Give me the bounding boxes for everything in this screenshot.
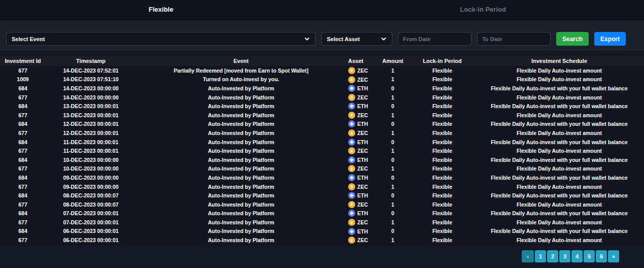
investment-table: Investment Id Timestamp Event Asset Amou… <box>0 56 644 245</box>
amount-cell: 1 <box>376 182 410 191</box>
timestamp-cell: 14-DEC-2023 07:51:10 <box>46 75 136 84</box>
amount-cell: 1 <box>376 200 410 209</box>
to-date-input[interactable] <box>477 32 551 46</box>
asset-symbol: ETH <box>357 85 368 91</box>
pagination-next-button[interactable]: » <box>608 250 619 262</box>
investment-id-cell: 677 <box>0 128 46 138</box>
table-row: 68407-DEC-2023 00:00:01Auto-Invested by … <box>0 209 644 218</box>
investment-schedule-cell: Flexible Daily Auto-invest amount <box>474 66 644 75</box>
investment-schedule-cell: Flexible Daily Auto-invest with your ful… <box>474 155 644 164</box>
investment-schedule-cell: Flexible Daily Auto-invest with your ful… <box>474 84 644 93</box>
investment-schedule-cell: Flexible Daily Auto-invest amount <box>474 200 644 209</box>
timestamp-cell: 08-DEC-2023 00:00:07 <box>46 200 136 209</box>
investment-schedule-cell: Flexible Daily Auto-invest amount <box>474 182 644 191</box>
asset-symbol: ETH <box>357 175 368 181</box>
amount-cell: 0 <box>376 102 410 111</box>
zec-coin-icon: ƶ <box>348 201 355 208</box>
investment-schedule-cell: Flexible Daily Auto-invest amount <box>474 75 644 84</box>
pagination-page-button-1[interactable]: 1 <box>535 250 546 262</box>
amount-cell: 1 <box>376 128 410 138</box>
from-date-input[interactable] <box>398 32 471 46</box>
timestamp-cell: 10-DEC-2023 00:00:00 <box>46 155 136 164</box>
investment-id-cell: 684 <box>0 227 46 236</box>
asset-symbol: ETH <box>357 192 368 198</box>
eth-coin-icon <box>348 192 355 199</box>
lock-in-period-cell: Flexible <box>410 227 474 236</box>
investment-schedule-cell: Flexible Daily Auto-invest amount <box>474 218 644 227</box>
investment-schedule-cell: Flexible Daily Auto-invest amount <box>474 93 644 102</box>
pagination-prev-button[interactable]: « <box>522 250 534 262</box>
event-cell: Auto-Invested by Platform <box>136 191 346 200</box>
lock-in-period-cell: Flexible <box>410 84 474 93</box>
event-cell: Auto-Invested by Platform <box>136 155 346 164</box>
asset-symbol: ETH <box>357 210 368 216</box>
lock-in-period-cell: Flexible <box>410 75 474 84</box>
timestamp-cell: 07-DEC-2023 00:00:01 <box>46 209 136 218</box>
investment-schedule-cell: Flexible Daily Auto-invest with your ful… <box>474 120 644 129</box>
asset-symbol: ZEC <box>357 112 368 118</box>
investment-schedule-cell: Flexible Daily Auto-invest with your ful… <box>474 227 644 236</box>
asset-symbol: ZEC <box>357 219 368 225</box>
col-header-timestamp: Timestamp <box>46 56 136 66</box>
amount-cell: 1 <box>376 93 410 102</box>
asset-symbol: ETH <box>357 121 368 127</box>
tab-lock-in-period[interactable]: Lock-in Period <box>322 0 644 19</box>
amount-cell: 0 <box>376 120 410 129</box>
investment-id-cell: 677 <box>0 182 46 191</box>
event-cell: Auto-Invested by Platform <box>136 200 346 209</box>
lock-in-period-cell: Flexible <box>410 218 474 227</box>
investment-id-cell: 677 <box>0 200 46 209</box>
investment-id-cell: 677 <box>0 93 46 102</box>
timestamp-cell: 06-DEC-2023 00:00:01 <box>46 236 136 245</box>
amount-cell: 0 <box>376 209 410 218</box>
table-row: 68413-DEC-2023 00:00:01Auto-Invested by … <box>0 102 644 111</box>
event-cell: Auto-Invested by Platform <box>136 164 346 174</box>
asset-symbol: ZEC <box>357 68 368 74</box>
timestamp-cell: 14-DEC-2023 00:00:00 <box>46 93 136 102</box>
asset-symbol: ETH <box>357 139 368 145</box>
select-event-dropdown[interactable]: Select Event <box>6 32 316 46</box>
eth-diamond-shape <box>350 104 354 108</box>
table-row: 67714-DEC-2023 00:00:00Auto-Invested by … <box>0 93 644 102</box>
investment-schedule-cell: Flexible Daily Auto-invest with your ful… <box>474 138 644 147</box>
lock-in-period-cell: Flexible <box>410 102 474 111</box>
eth-diamond-shape <box>350 193 354 197</box>
lock-in-period-cell: Flexible <box>410 155 474 164</box>
event-cell: Auto-Invested by Platform <box>136 218 346 227</box>
lock-in-period-cell: Flexible <box>410 111 474 120</box>
tab-flexible[interactable]: Flexible <box>0 0 322 19</box>
pagination-page-button-2[interactable]: 2 <box>547 250 558 262</box>
pagination-page-button-3[interactable]: 3 <box>559 250 570 262</box>
asset-cell: ƶZEC <box>346 164 376 174</box>
pagination-page-button-4[interactable]: 4 <box>571 250 583 262</box>
investment-schedule-cell: Flexible Daily Auto-invest with your ful… <box>474 173 644 182</box>
table-header-row: Investment Id Timestamp Event Asset Amou… <box>0 56 644 66</box>
asset-symbol: ZEC <box>357 202 368 208</box>
pagination-page-button-6[interactable]: 6 <box>596 250 607 262</box>
asset-cell: ƶZEC <box>346 75 376 84</box>
pagination-page-button-5[interactable]: 5 <box>584 250 595 262</box>
event-cell: Auto-Invested by Platform <box>136 84 346 93</box>
export-button[interactable]: Export <box>594 32 626 46</box>
zec-coin-icon: ƶ <box>348 147 355 154</box>
event-cell: Auto-Invested by Platform <box>136 120 346 129</box>
amount-cell: 0 <box>376 138 410 147</box>
amount-cell: 0 <box>376 84 410 93</box>
eth-diamond-shape <box>350 176 354 180</box>
timestamp-cell: 14-DEC-2023 07:52:01 <box>46 66 136 75</box>
asset-cell: ƶZEC <box>346 236 376 245</box>
select-event-value: Select Event <box>12 36 45 42</box>
lock-in-period-cell: Flexible <box>410 164 474 174</box>
event-cell: Turned on Auto-invest by you. <box>136 75 346 84</box>
amount-cell: 1 <box>376 75 410 84</box>
amount-cell: 1 <box>376 111 410 120</box>
event-cell: Auto-Invested by Platform <box>136 236 346 245</box>
investment-id-cell: 677 <box>0 146 46 155</box>
search-button[interactable]: Search <box>556 32 589 46</box>
select-asset-dropdown[interactable]: Select Asset <box>321 32 392 46</box>
asset-cell: ETH <box>346 155 376 164</box>
event-cell: Auto-Invested by Platform <box>136 146 346 155</box>
zec-coin-icon: ƶ <box>348 183 355 190</box>
investment-id-cell: 684 <box>0 84 46 93</box>
amount-cell: 1 <box>376 164 410 174</box>
